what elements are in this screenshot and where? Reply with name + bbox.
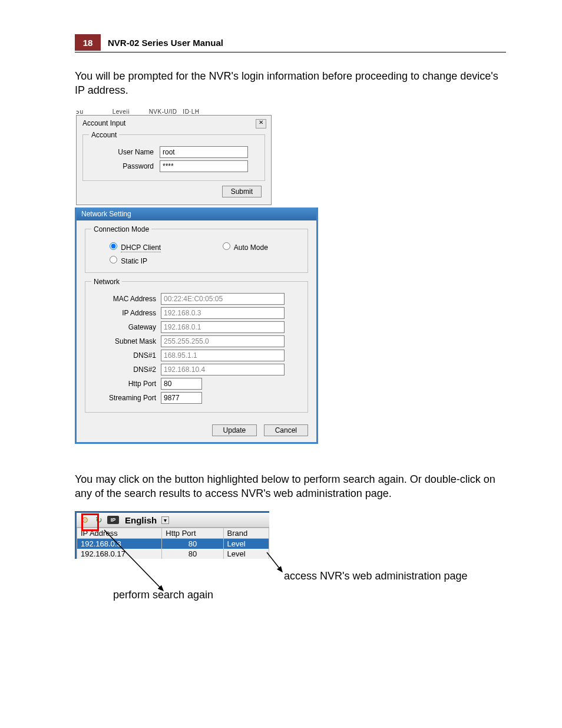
account-legend: Account — [89, 131, 119, 139]
dns1-label: DNS#1 — [91, 351, 161, 360]
connection-mode-legend: Connection Mode — [91, 225, 151, 233]
submit-button[interactable]: Submit — [222, 186, 262, 197]
network-setting-dialog: Network Setting Connection Mode DHCP Cli… — [75, 207, 318, 444]
username-input[interactable] — [160, 146, 248, 158]
cropped-row-text: ɔu Leveii NVK-U/ID ID·LH — [76, 108, 279, 115]
password-label: Password — [89, 162, 160, 170]
username-label: User Name — [89, 148, 160, 156]
table-row[interactable]: 192.168.0.380Level — [77, 539, 269, 549]
network-legend: Network — [91, 278, 122, 286]
ip-field[interactable] — [161, 307, 285, 319]
manual-title: NVR-02 Series User Manual — [101, 34, 223, 51]
password-input[interactable] — [160, 160, 248, 172]
annotation-web-admin: access NVR's web administration page — [284, 570, 468, 582]
page-number: 18 — [75, 34, 101, 51]
account-input-dialog: Account Input ✕ Account User Name Passwo… — [76, 115, 272, 205]
dhcp-radio[interactable]: DHCP Client — [107, 241, 161, 252]
gateway-label: Gateway — [91, 323, 161, 331]
http-port-field[interactable] — [161, 378, 202, 390]
dns2-field[interactable] — [161, 364, 285, 375]
refresh-icon[interactable]: ↻ — [93, 514, 105, 526]
mac-label: MAC Address — [91, 295, 161, 303]
close-icon[interactable]: ✕ — [256, 119, 266, 129]
cancel-button[interactable]: Cancel — [264, 424, 308, 436]
col-brand[interactable]: Brand — [223, 528, 269, 539]
ip-icon[interactable]: IP — [107, 516, 119, 524]
static-ip-radio[interactable]: Static IP — [107, 257, 147, 265]
subnet-field[interactable] — [161, 335, 285, 347]
dns1-field[interactable] — [161, 350, 285, 361]
dns2-label: DNS#2 — [91, 365, 161, 374]
col-port[interactable]: Http Port — [162, 528, 223, 539]
search-tool: ⚙ ↻ IP English ▾ IP Address Http Port Br… — [75, 511, 269, 559]
ip-label: IP Address — [91, 309, 161, 317]
table-row[interactable]: 192.168.0.1780Level — [77, 549, 269, 559]
subnet-label: Subnet Mask — [91, 337, 161, 345]
gateway-field[interactable] — [161, 321, 285, 333]
streaming-port-label: Streaming Port — [91, 394, 161, 402]
language-label: English — [125, 515, 157, 525]
results-table: IP Address Http Port Brand 192.168.0.380… — [77, 528, 269, 559]
mac-field — [161, 293, 285, 305]
intro-paragraph-2: You may click on the button highlighted … — [75, 472, 506, 501]
update-button[interactable]: Update — [212, 424, 257, 436]
gear-icon[interactable]: ⚙ — [79, 514, 91, 526]
auto-mode-radio[interactable]: Auto Mode — [220, 241, 268, 252]
col-ip[interactable]: IP Address — [77, 528, 162, 539]
language-dropdown[interactable]: ▾ — [161, 516, 169, 524]
intro-paragraph-1: You will be prompted for the NVR's login… — [75, 69, 506, 98]
dialog-title: Account Input — [82, 119, 265, 127]
http-port-label: Http Port — [91, 380, 161, 388]
annotation-search-again: perform search again — [113, 589, 213, 601]
network-title: Network Setting — [77, 207, 316, 220]
streaming-port-field[interactable] — [161, 392, 202, 404]
